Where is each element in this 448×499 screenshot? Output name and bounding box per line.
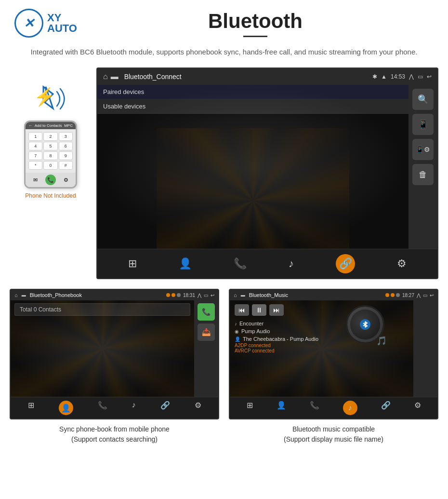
dot-1 — [166, 293, 170, 297]
dot-3 — [177, 293, 181, 297]
music-content: ⏮ ⏸ ⏭ ♪ Encounter ◉ Pump Audio — [230, 300, 413, 397]
toolbar-phone-btn[interactable]: 📞 — [234, 257, 247, 270]
music-storage-icon: ▬ — [241, 293, 245, 297]
bottom-section: ⌂ ▬ Bluetooth_Phonebook 18:31 ⋀ ▭ ↩ — [0, 279, 448, 445]
phonebook-caption: Sync phone-book from mobile phone(Suppor… — [59, 424, 170, 445]
toolbar-music-btn[interactable]: ♪ — [289, 257, 294, 270]
screen-nav-icons: ⌂ ▬ — [103, 72, 119, 81]
music-caption: Bluetooth music compatible(Support displ… — [284, 424, 383, 445]
phonebook-time: 18:31 — [183, 293, 195, 298]
music-screen-wrap: ⌂ ▬ Bluetooth_Music 18:27 ⋀ ▭ ↩ — [229, 289, 438, 445]
main-bluetooth-screen: ⌂ ▬ Bluetooth_Connect ✱ ▲ 14:53 ⋀ ▭ ↩ Pa… — [96, 67, 438, 279]
key-5[interactable]: 5 — [43, 142, 57, 150]
logo-area: ✕ XY AUTO — [14, 9, 77, 38]
note-icon-3: 👤 — [235, 337, 240, 342]
phonebook-back-icon[interactable]: ↩ — [211, 293, 214, 298]
toolbar-grid-btn[interactable]: ⊞ — [128, 257, 137, 270]
key-3[interactable]: 3 — [59, 132, 73, 141]
sunburst-bg — [157, 128, 349, 249]
phone-connect-button[interactable]: 📱 — [412, 114, 434, 135]
ms-grid-btn[interactable]: ⊞ — [247, 401, 253, 415]
phonebook-search-bar[interactable]: Total 0 Contacts — [14, 303, 190, 316]
music-toolbar: ⊞ 👤 📞 ♪ 🔗 ⚙ — [230, 397, 437, 418]
delete-button[interactable]: 🗑 — [412, 164, 434, 185]
music-dot-1 — [385, 293, 389, 297]
usable-devices-row[interactable]: Usable devices — [97, 99, 408, 114]
key-hash[interactable]: # — [59, 161, 73, 170]
phonebook-home-icon[interactable]: ⌂ — [14, 292, 18, 298]
music-body: ⏮ ⏸ ⏭ ♪ Encounter ◉ Pump Audio — [230, 300, 437, 397]
key-4[interactable]: 4 — [28, 142, 42, 150]
pb-settings-btn[interactable]: ⚙ — [195, 401, 201, 415]
pb-contacts-btn[interactable]: 👤 — [59, 401, 73, 415]
usable-devices-label: Usable devices — [103, 103, 145, 110]
a2dp-status: A2DP connected — [235, 343, 408, 348]
track-1: ♪ Encounter — [235, 320, 408, 327]
track-3-name: The Cheebacabra - Pump Audio — [243, 336, 318, 342]
music-home-icon[interactable]: ⌂ — [234, 292, 237, 298]
screen-top-bar: ⌂ ▬ Bluetooth_Connect ✱ ▲ 14:53 ⋀ ▭ ↩ — [97, 68, 437, 85]
toolbar-contacts-btn[interactable]: 👤 — [179, 257, 192, 270]
home-icon[interactable]: ⌂ — [103, 72, 108, 81]
phonebook-expand-icon: ⋀ — [198, 293, 201, 298]
phonebook-download-btn[interactable]: 📥 — [198, 324, 215, 341]
main-section: ⚡ ← Add to Contacts MPC 1 2 3 — [0, 67, 448, 279]
play-pause-btn[interactable]: ⏸ — [252, 304, 266, 316]
subtitle: Integrated with BC6 Bluetooth module, su… — [0, 42, 448, 67]
key-6[interactable]: 6 — [59, 142, 73, 150]
page-title: Bluetooth — [77, 10, 434, 33]
pb-music-btn[interactable]: ♪ — [132, 401, 136, 415]
pb-grid-btn[interactable]: ⊞ — [28, 401, 34, 415]
next-btn[interactable]: ⏭ — [269, 304, 284, 316]
key-7[interactable]: 7 — [28, 151, 42, 160]
logo-x-icon: ✕ — [24, 16, 34, 31]
ms-settings-btn[interactable]: ⚙ — [414, 401, 421, 415]
music-screen-title: Bluetooth_Music — [249, 292, 382, 298]
prev-btn[interactable]: ⏮ — [235, 304, 249, 316]
paired-devices-row[interactable]: Paired devices — [97, 85, 408, 99]
toolbar-link-btn[interactable]: 🔗 — [336, 254, 355, 273]
key-9[interactable]: 9 — [59, 151, 73, 160]
dot-2 — [171, 293, 175, 297]
key-8[interactable]: 8 — [43, 151, 57, 160]
phonebook-top-bar: ⌂ ▬ Bluetooth_Phonebook 18:31 ⋀ ▭ ↩ — [11, 290, 218, 300]
pb-link-btn[interactable]: 🔗 — [160, 401, 170, 415]
paired-devices-label: Paired devices — [103, 88, 144, 95]
device-list: Paired devices Usable devices — [97, 85, 408, 114]
expand-icon: ⋀ — [409, 73, 414, 80]
ms-link-btn[interactable]: 🔗 — [381, 401, 391, 415]
key-0[interactable]: 0 — [43, 161, 57, 170]
phonebook-call-btn[interactable]: 📞 — [198, 303, 215, 321]
screen-title: Bluetooth_Connect — [124, 73, 367, 81]
note-icon-1: ♪ — [235, 321, 237, 326]
track-3: 👤 The Cheebacabra - Pump Audio — [235, 335, 408, 343]
key-star[interactable]: * — [28, 161, 42, 170]
window-icon: ▭ — [418, 73, 423, 80]
phone-settings-button[interactable]: 📱⚙ — [412, 139, 434, 160]
track-2: ◉ Pump Audio — [235, 327, 408, 335]
phonebook-toolbar: ⊞ 👤 📞 ♪ 🔗 ⚙ — [11, 397, 218, 418]
pb-phone-btn[interactable]: 📞 — [98, 401, 107, 415]
screen-status: ✱ ▲ 14:53 ⋀ ▭ ↩ — [372, 73, 432, 80]
ms-phone-btn[interactable]: 📞 — [310, 401, 319, 415]
key-1[interactable]: 1 — [28, 132, 42, 141]
track-2-name: Pump Audio — [241, 328, 270, 334]
music-dot-2 — [391, 293, 395, 297]
key-2[interactable]: 2 — [43, 132, 57, 141]
signal-icon: ▲ — [381, 73, 387, 80]
ms-music-btn[interactable]: ♪ — [343, 401, 357, 415]
ms-contacts-btn[interactable]: 👤 — [277, 401, 286, 415]
music-back-icon[interactable]: ↩ — [430, 293, 434, 298]
phonebook-sidebar: 📞 📥 — [194, 300, 218, 397]
toolbar-settings-btn[interactable]: ⚙ — [397, 257, 407, 270]
search-button[interactable]: 🔍 — [412, 89, 434, 110]
phonebook-screen-wrap: ⌂ ▬ Bluetooth_Phonebook 18:31 ⋀ ▭ ↩ — [10, 289, 219, 445]
phone-gear-icon: 📱⚙ — [416, 146, 430, 153]
phone-side: ⚡ ← Add to Contacts MPC 1 2 3 — [10, 67, 92, 199]
logo-text: XY AUTO — [47, 13, 77, 34]
phone-call-btn[interactable]: 📞 — [45, 175, 56, 185]
phone-mockup: ← Add to Contacts MPC 1 2 3 4 5 6 7 8 9 … — [24, 121, 77, 189]
phonebook-window-icon: ▭ — [204, 293, 208, 298]
back-icon[interactable]: ↩ — [427, 73, 432, 80]
music-window-icon: ▭ — [423, 293, 427, 298]
